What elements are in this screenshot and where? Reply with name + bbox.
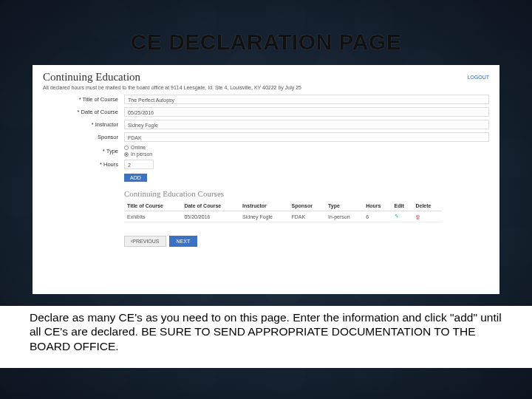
add-button[interactable]: ADD [124,174,147,182]
input-sponsor[interactable]: FDAK [124,132,489,142]
th-type: Type [325,201,363,211]
radio-inperson[interactable]: In person [124,151,152,157]
input-hours[interactable]: 2 [124,160,154,169]
delete-icon[interactable]: 🗑 [415,214,420,219]
previous-button[interactable]: ‹PREVIOUS [124,236,166,247]
cell-sponsor: FDAK [289,211,326,222]
label-sponsor: Sponsor [43,134,124,140]
app-screenshot: Continuing Education LOGOUT All declared… [33,65,499,294]
th-delete: Delete [412,201,442,211]
slide-title: CE DECLARATION PAGE [0,13,532,55]
th-hours: Hours [363,201,391,211]
cell-type: In-person [325,211,363,222]
edit-icon[interactable]: ✎ [395,214,399,219]
next-button[interactable]: NEXT [169,236,198,247]
label-date: Date of Course [43,109,124,115]
th-edit: Edit [392,201,413,211]
radio-icon [124,152,129,157]
th-instructor: Instructor [239,201,288,211]
courses-table: Title of Course Date of Course Instructo… [124,201,442,222]
label-hours: Hours [43,161,124,168]
label-type: Type [43,148,124,154]
cell-title: Exhibits [124,211,181,222]
logout-link[interactable]: LOGOUT [467,75,489,80]
cell-hours: 6 [363,211,391,222]
page-heading: Continuing Education [43,71,140,83]
th-title: Title of Course [124,201,181,211]
slide-caption: Declare as many CE's as you need to on t… [0,306,532,368]
input-date[interactable]: 05/25/2016 [124,107,489,117]
radio-online-label: Online [131,145,146,150]
cell-instructor: Sidney Fogle [239,211,288,222]
radio-inperson-label: In person [131,151,152,157]
cell-date: 05/20/2016 [181,211,239,222]
label-title: Title of Course [43,96,124,103]
input-title[interactable]: The Perfect Autopsy [124,95,489,104]
table-row: Exhibits 05/20/2016 Sidney Fogle FDAK In… [124,211,442,222]
courses-subheading: Continuing Education Courses [124,189,489,198]
label-instructor: Instructor [43,121,124,128]
mailing-notice: All declared hours must be mailed to the… [43,85,489,90]
radio-icon [124,146,129,150]
input-instructor[interactable]: Sidney Fogle [124,120,489,129]
th-sponsor: Sponsor [289,201,326,211]
radio-online[interactable]: Online [124,145,152,150]
th-date: Date of Course [181,201,239,211]
